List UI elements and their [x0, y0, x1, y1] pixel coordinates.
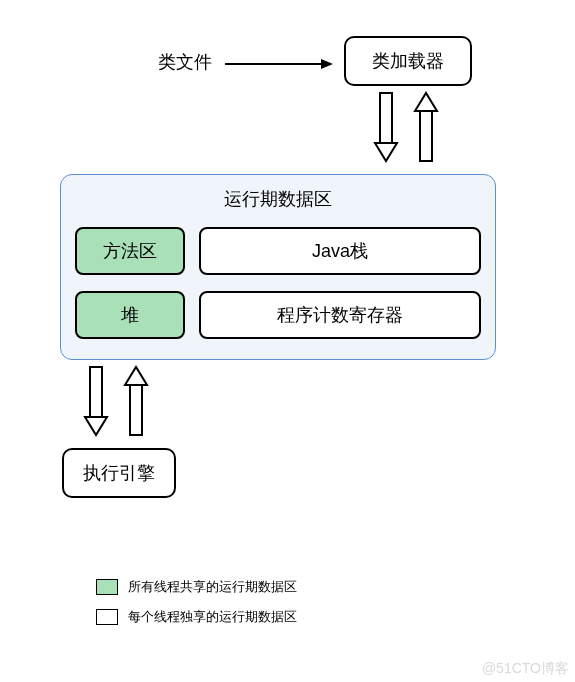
runtime-data-area-box: 运行期数据区 方法区 Java栈 堆 程序计数寄存器: [60, 174, 496, 360]
watermark: @51CTO博客: [482, 660, 569, 678]
svg-marker-4: [415, 93, 437, 111]
runtime-title: 运行期数据区: [61, 187, 495, 211]
svg-rect-2: [380, 93, 392, 143]
legend-shared: 所有线程共享的运行期数据区: [96, 578, 297, 596]
pc-register-text: 程序计数寄存器: [277, 303, 403, 327]
svg-rect-5: [420, 111, 432, 161]
heap-box: 堆: [75, 291, 185, 339]
class-loader-text: 类加载器: [372, 49, 444, 73]
legend-private-text: 每个线程独享的运行期数据区: [128, 608, 297, 626]
svg-marker-7: [85, 417, 107, 435]
execution-engine-box: 执行引擎: [62, 448, 176, 498]
class-loader-box: 类加载器: [344, 36, 472, 86]
svg-rect-6: [90, 367, 102, 417]
legend-swatch-white: [96, 609, 118, 625]
execution-engine-text: 执行引擎: [83, 461, 155, 485]
pc-register-box: 程序计数寄存器: [199, 291, 481, 339]
legend-private: 每个线程独享的运行期数据区: [96, 608, 297, 626]
arrow-loader-down: [375, 93, 397, 163]
java-stack-box: Java栈: [199, 227, 481, 275]
arrow-classfile-to-loader: [225, 58, 335, 70]
legend-swatch-green: [96, 579, 118, 595]
arrow-runtime-down: [85, 367, 107, 437]
svg-marker-8: [125, 367, 147, 385]
class-file-label: 类文件: [158, 50, 212, 74]
svg-rect-9: [130, 385, 142, 435]
svg-marker-3: [375, 143, 397, 161]
method-area-text: 方法区: [103, 239, 157, 263]
heap-text: 堆: [121, 303, 139, 327]
arrow-loader-up: [415, 93, 437, 163]
legend-shared-text: 所有线程共享的运行期数据区: [128, 578, 297, 596]
java-stack-text: Java栈: [312, 239, 368, 263]
arrow-runtime-up: [125, 367, 147, 437]
method-area-box: 方法区: [75, 227, 185, 275]
diagram-canvas: 类文件 类加载器 运行期数据区 方法区 Java栈 堆 程序计数寄存器: [0, 0, 575, 682]
svg-marker-1: [321, 59, 333, 69]
